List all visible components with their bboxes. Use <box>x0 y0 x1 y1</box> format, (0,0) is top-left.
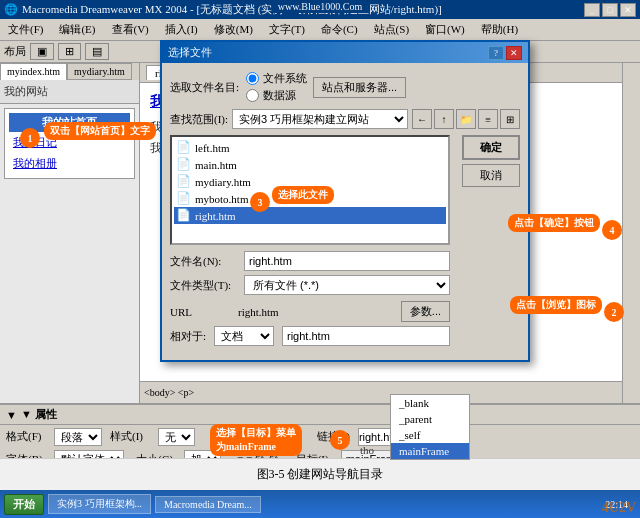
annotation-label-1: 双击【网站首页】文字 <box>44 122 156 140</box>
minimize-button[interactable]: _ <box>584 3 600 17</box>
menu-text[interactable]: 文字(T) <box>265 21 309 38</box>
my-website-label: 我的网站 <box>0 80 139 104</box>
title-bar-left: 🌐 Macromedia Dreamweaver MX 2004 - [无标题文… <box>4 2 442 17</box>
style-select[interactable]: 无 <box>158 428 195 446</box>
format-select[interactable]: 段落 <box>54 428 102 446</box>
up-icon-btn[interactable]: ↑ <box>434 109 454 129</box>
left-panel: myindex.htm mydiary.htm 我的网站 我的站首页 我的日记 … <box>0 63 140 403</box>
dialog-title-bar: 选择文件 ? ✕ <box>162 42 528 63</box>
file-system-label: 文件系统 <box>263 71 307 86</box>
maximize-button[interactable]: □ <box>602 3 618 17</box>
target-parent[interactable]: _parent <box>391 411 469 427</box>
data-source-radio[interactable]: 数据源 <box>246 88 307 103</box>
cancel-button[interactable]: 取消 <box>462 164 520 187</box>
dialog-top-row: 选取文件名目: 文件系统 数据源 站点和服务器... <box>170 71 520 103</box>
params-button[interactable]: 参数... <box>401 301 450 322</box>
start-button[interactable]: 开始 <box>4 494 44 515</box>
file-tab-1[interactable]: myindex.htm <box>0 63 67 80</box>
close-button[interactable]: ✕ <box>620 3 636 17</box>
title-bar-buttons[interactable]: _ □ ✕ <box>584 3 636 17</box>
taskbar-item-1[interactable]: 实例3 巧用框架构... <box>48 494 151 514</box>
dialog-toolbar-icons: ← ↑ 📁 ≡ ⊞ <box>412 109 520 129</box>
filename-label: 文件名(N): <box>170 254 240 269</box>
url-label: URL <box>170 306 210 318</box>
menu-site[interactable]: 站点(S) <box>370 21 413 38</box>
file-item-main[interactable]: 📄 main.htm <box>174 156 446 173</box>
dialog-title-text: 选择文件 <box>168 45 212 60</box>
file-item-left[interactable]: 📄 left.htm <box>174 139 446 156</box>
relative-select[interactable]: 文档 <box>214 326 274 346</box>
toolbar-layout-btn1[interactable]: ▣ <box>30 43 54 60</box>
dialog-title-buttons[interactable]: ? ✕ <box>488 46 522 60</box>
tho-text: tho <box>360 444 374 456</box>
look-in-row: 查找范围(I): 实例3 巧用框架构建立网站 ← ↑ 📁 ≡ ⊞ <box>170 109 520 129</box>
back-icon-btn[interactable]: ← <box>412 109 432 129</box>
tag-indicator: <body> <p> <box>144 387 194 398</box>
filename-input[interactable] <box>244 251 450 271</box>
file-tab-2[interactable]: mydiary.htm <box>67 63 132 80</box>
file-item-right[interactable]: 📄 right.htm <box>174 207 446 224</box>
file-name: mydiary.htm <box>195 176 251 188</box>
filetype-select[interactable]: 所有文件 (*.*) <box>244 275 450 295</box>
toolbar-layout-btn3[interactable]: ▤ <box>85 43 109 60</box>
view-bar: <body> <p> <box>140 381 622 403</box>
menu-modify[interactable]: 修改(M) <box>210 21 257 38</box>
url-row: URL right.htm 参数... <box>170 301 450 322</box>
filetype-label: 文件类型(T): <box>170 278 240 293</box>
dialog-close-btn[interactable]: ✕ <box>506 46 522 60</box>
new-folder-icon-btn[interactable]: 📁 <box>456 109 476 129</box>
dialog-main: 📄 left.htm 📄 main.htm 📄 mydiary.htm 📄 my… <box>170 135 520 352</box>
nav-album[interactable]: 我的相册 <box>9 153 130 174</box>
annotation-label-5: 选择【目标】菜单为mainFrame <box>210 424 302 456</box>
target-self[interactable]: _self <box>391 427 469 443</box>
file-tabs: myindex.htm mydiary.htm <box>0 63 139 80</box>
taskbar-item-2[interactable]: Macromedia Dream... <box>155 496 261 513</box>
file-icon: 📄 <box>176 140 191 155</box>
annotation-label-4: 点击【确定】按钮 <box>508 214 600 232</box>
file-name: myboto.htm <box>195 193 248 205</box>
look-in-select[interactable]: 实例3 巧用框架构建立网站 <box>232 109 408 129</box>
app-icon: 🌐 <box>4 3 18 16</box>
menu-view[interactable]: 查看(V) <box>108 21 153 38</box>
properties-title: ▼ 属性 <box>21 407 57 422</box>
menu-insert[interactable]: 插入(I) <box>161 21 202 38</box>
menu-help[interactable]: 帮助(H) <box>477 21 522 38</box>
list-icon-btn[interactable]: ≡ <box>478 109 498 129</box>
ok-button[interactable]: 确定 <box>462 135 520 160</box>
dialog-body: 选取文件名目: 文件系统 数据源 站点和服务器... 查找范围(I): 实例3 … <box>162 63 528 360</box>
caption-area: 图3-5 创建网站导航目录 <box>0 458 640 490</box>
properties-row-1: 格式(F) 段落 样式(I) 无 B I ≡ ≡ ≡ ≡ 链接(I) 📁 <box>0 425 640 448</box>
annotation-2: 2 <box>604 302 624 322</box>
relative-value-input[interactable] <box>282 326 450 346</box>
file-system-radio-input[interactable] <box>246 72 259 85</box>
file-icon: 📄 <box>176 174 191 189</box>
data-source-radio-input[interactable] <box>246 89 259 102</box>
file-name: main.htm <box>195 159 237 171</box>
target-mainframe[interactable]: mainFrame <box>391 443 469 459</box>
file-name: left.htm <box>195 142 230 154</box>
target-blank[interactable]: _blank <box>391 395 469 411</box>
server-button[interactable]: 站点和服务器... <box>313 77 406 98</box>
menu-command[interactable]: 命令(C) <box>317 21 362 38</box>
target-dropdown-menu: _blank _parent _self mainFrame <box>390 394 470 460</box>
filename-row: 文件名(N): <box>170 251 450 271</box>
watermark-top: www.Blue1000.Com <box>272 0 368 13</box>
relative-row: 相对于: 文档 <box>170 326 450 346</box>
select-file-label: 选取文件名目: <box>170 80 240 95</box>
menu-edit[interactable]: 编辑(E) <box>55 21 99 38</box>
file-name: right.htm <box>195 210 236 222</box>
menu-file[interactable]: 文件(F) <box>4 21 47 38</box>
menu-window[interactable]: 窗口(W) <box>421 21 469 38</box>
detail-icon-btn[interactable]: ⊞ <box>500 109 520 129</box>
annotation-label-3: 选择此文件 <box>272 186 334 204</box>
relative-label: 相对于: <box>170 329 210 344</box>
watermark-bottom: 4U2V <box>602 500 636 516</box>
data-source-label: 数据源 <box>263 88 296 103</box>
toolbar-layout-btn2[interactable]: ⊞ <box>58 43 81 60</box>
style-label: 样式(I) <box>110 429 150 444</box>
file-system-radio[interactable]: 文件系统 <box>246 71 307 86</box>
file-icon: 📄 <box>176 157 191 172</box>
taskbar: 开始 实例3 巧用框架构... Macromedia Dream... 22:1… <box>0 490 640 518</box>
collapse-icon[interactable]: ▼ <box>6 409 17 421</box>
dialog-help-btn[interactable]: ? <box>488 46 504 60</box>
